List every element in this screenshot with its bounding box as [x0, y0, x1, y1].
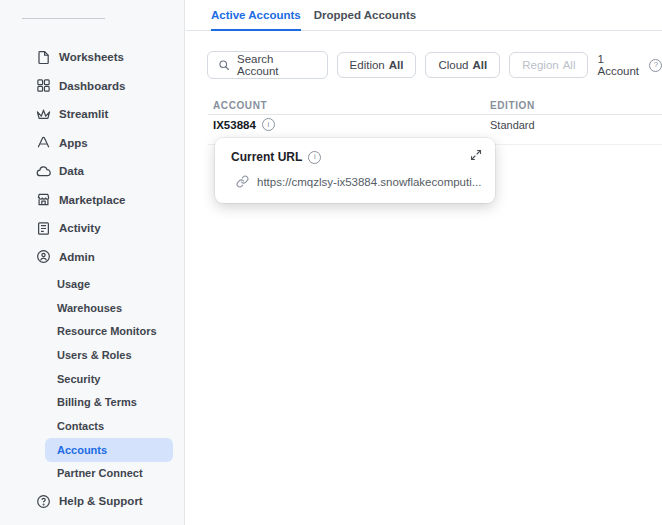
tab-dropped-accounts[interactable]: Dropped Accounts	[314, 0, 416, 30]
sidebar-nav: Worksheets Dashboards Streamlit Apps Dat…	[0, 43, 184, 271]
sidebar-top-divider	[22, 18, 105, 19]
column-header-edition[interactable]: EDITION	[490, 100, 535, 111]
help-icon	[35, 493, 51, 509]
search-placeholder: Search Account	[237, 53, 317, 77]
admin-subnav: Usage Warehouses Resource Monitors Users…	[0, 272, 184, 485]
sidebar-item-label: Marketplace	[59, 194, 125, 206]
region-filter-button[interactable]: Region All	[509, 52, 588, 78]
popover-title: Current URL i	[231, 150, 321, 164]
apps-icon	[35, 135, 51, 151]
question-icon[interactable]: ?	[649, 59, 662, 72]
search-account-input[interactable]: Search Account	[207, 51, 328, 79]
sidebar-item-apps[interactable]: Apps	[0, 129, 184, 158]
sidebar: Worksheets Dashboards Streamlit Apps Dat…	[0, 0, 185, 525]
sidebar-item-label: Data	[59, 165, 84, 177]
worksheets-icon	[35, 49, 51, 65]
accounts-toolbar: Search Account Edition All Cloud All Reg…	[207, 52, 662, 78]
info-icon[interactable]: i	[262, 118, 275, 131]
sidebar-item-data[interactable]: Data	[0, 157, 184, 186]
sidebar-subitem-security[interactable]: Security	[0, 367, 184, 391]
activity-icon	[35, 220, 51, 236]
sidebar-subitem-resource-monitors[interactable]: Resource Monitors	[0, 319, 184, 343]
sidebar-item-marketplace[interactable]: Marketplace	[0, 186, 184, 215]
sidebar-item-label: Admin	[59, 251, 95, 263]
data-icon	[35, 163, 51, 179]
account-count-label: 1 Account	[597, 53, 644, 77]
filter-value: All	[473, 59, 488, 71]
sidebar-subitem-warehouses[interactable]: Warehouses	[0, 296, 184, 320]
link-icon	[236, 175, 249, 188]
sidebar-subitem-contacts[interactable]: Contacts	[0, 414, 184, 438]
info-icon[interactable]: i	[308, 151, 321, 164]
sidebar-item-label: Help & Support	[59, 495, 143, 507]
account-count: 1 Account ?	[597, 53, 662, 77]
sidebar-subitem-billing-terms[interactable]: Billing & Terms	[0, 390, 184, 414]
streamlit-icon	[35, 106, 51, 122]
help-support-section: Help & Support	[0, 487, 184, 516]
accounts-tab-bar: Active Accounts Dropped Accounts	[186, 0, 662, 31]
filter-value: All	[389, 59, 404, 71]
expand-button[interactable]	[469, 148, 483, 162]
sidebar-subitem-users-roles[interactable]: Users & Roles	[0, 343, 184, 367]
sidebar-subitem-partner-connect[interactable]: Partner Connect	[0, 462, 184, 486]
edition-filter-button[interactable]: Edition All	[337, 52, 417, 78]
cloud-filter-button[interactable]: Cloud All	[425, 52, 500, 78]
marketplace-icon	[35, 192, 51, 208]
popover-title-text: Current URL	[231, 150, 302, 164]
sidebar-item-label: Activity	[59, 222, 101, 234]
filter-value: All	[563, 59, 576, 71]
admin-icon	[35, 249, 51, 265]
table-row-edition-cell: Standard	[490, 119, 535, 131]
sidebar-item-label: Worksheets	[59, 51, 124, 63]
dashboards-icon	[35, 78, 51, 94]
sidebar-item-worksheets[interactable]: Worksheets	[0, 43, 184, 72]
sidebar-item-streamlit[interactable]: Streamlit	[0, 100, 184, 129]
filter-label: Cloud	[438, 59, 468, 71]
sidebar-item-dashboards[interactable]: Dashboards	[0, 72, 184, 101]
account-url-row: https://cmqzlsy-ix53884.snowflakecomputi…	[236, 175, 484, 188]
sidebar-item-help-support[interactable]: Help & Support	[0, 487, 184, 516]
sidebar-item-label: Apps	[59, 137, 88, 149]
account-name: IX53884	[213, 119, 256, 131]
table-row-account-cell[interactable]: IX53884 i	[213, 118, 275, 131]
filter-label: Region	[522, 59, 558, 71]
search-icon	[218, 59, 230, 71]
sidebar-item-admin[interactable]: Admin	[0, 243, 184, 272]
filter-label: Edition	[350, 59, 385, 71]
sidebar-item-label: Streamlit	[59, 108, 108, 120]
sidebar-subitem-accounts[interactable]: Accounts	[45, 438, 173, 462]
sidebar-subitem-usage[interactable]: Usage	[0, 272, 184, 296]
sidebar-item-activity[interactable]: Activity	[0, 214, 184, 243]
current-url-popover: Current URL i https://cmqzlsy-ix53884.sn…	[215, 138, 495, 203]
sidebar-item-label: Dashboards	[59, 80, 125, 92]
table-header-divider	[208, 114, 662, 115]
tab-active-accounts[interactable]: Active Accounts	[211, 0, 301, 30]
account-url[interactable]: https://cmqzlsy-ix53884.snowflakecomputi…	[257, 176, 481, 188]
column-header-account[interactable]: ACCOUNT	[213, 100, 267, 111]
